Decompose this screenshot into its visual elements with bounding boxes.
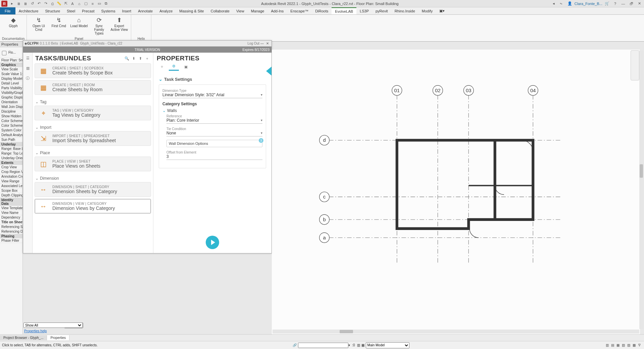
prop-row[interactable]: View Name: [0, 211, 22, 215]
run-button[interactable]: [206, 236, 219, 249]
prop-row[interactable]: Wall Join Displa: [0, 105, 22, 109]
prop-row[interactable]: Underlay Orien: [0, 156, 22, 161]
status-icon[interactable]: ▦: [615, 343, 621, 348]
download-icon[interactable]: ⬇: [130, 55, 137, 62]
tab-file[interactable]: File: [0, 7, 15, 14]
prop-row[interactable]: Orientation: [0, 100, 22, 105]
task-card-import-sheets[interactable]: ⇲ IMPORT | SHEET | SPREADSHEETImport She…: [35, 131, 151, 146]
ribbon-btn-glyph[interactable]: ◆ Glyph: [4, 15, 23, 37]
prop-row[interactable]: Title on Sheet: [0, 220, 22, 225]
props-tab-wand-icon[interactable]: ✧: [157, 63, 167, 71]
prop-row[interactable]: System Color S: [0, 128, 22, 133]
prop-row[interactable]: Show Hidden L: [0, 114, 22, 119]
prop-row[interactable]: Phase Filter: [0, 238, 22, 243]
qat-print-icon[interactable]: ⎙: [49, 1, 56, 7]
tab-pyrevit[interactable]: pyRevit: [372, 7, 391, 14]
tab-overflow-icon[interactable]: ▣▾: [436, 7, 448, 14]
qat-help-icon[interactable]: ?: [612, 1, 618, 7]
task-card-dim-views[interactable]: ↔ DIMENSION | VIEW | CATEGORYDimension V…: [35, 199, 151, 214]
status-icon[interactable]: ▧: [621, 343, 626, 348]
navigation-bar[interactable]: [631, 50, 639, 80]
glyph-minimize-icon[interactable]: —: [259, 42, 265, 45]
tab-precast[interactable]: Precast: [79, 7, 98, 14]
prop-row[interactable]: Scope Box: [0, 188, 22, 193]
task-card-create-room[interactable]: ▦ CREATE | SHEET | ROOMCreate Sheets by …: [35, 80, 151, 95]
ribbon-btn-sync[interactable]: ⟳Sync Family Types: [89, 15, 109, 37]
ribbon-btn-loadmodel[interactable]: ⌂Load Model: [69, 15, 89, 37]
task-card-place-views[interactable]: ◫ PLACE | VIEW | SHEETPlace Views on She…: [35, 157, 151, 171]
dimension-type-field[interactable]: Dimension Type Linear Dimension Style: 3…: [162, 89, 262, 98]
prop-row[interactable]: Default Analysi: [0, 133, 22, 137]
qat-infocenter-icon[interactable]: ᯓ: [558, 1, 565, 7]
task-group-tag[interactable]: ⌄Tag: [35, 97, 151, 106]
tab-analyze[interactable]: Analyze: [156, 7, 176, 14]
window-restore-icon[interactable]: 🗗: [628, 1, 635, 7]
offset-field[interactable]: Offset from Element 3: [166, 151, 262, 160]
prop-row[interactable]: Detail Level: [0, 81, 22, 86]
qat-left-icon[interactable]: ◂: [550, 1, 557, 7]
tab-evolvelab[interactable]: EvolveLAB: [332, 7, 356, 14]
qat-align-icon[interactable]: ⇱: [62, 1, 69, 7]
props-tab-panel-icon[interactable]: ▣: [181, 63, 191, 71]
qat-text-icon[interactable]: A: [69, 1, 76, 7]
task-group-dimension[interactable]: ⌄Dimension: [35, 173, 151, 182]
prop-row[interactable]: Referencing De: [0, 229, 22, 234]
walls-subsection[interactable]: ⌄Walls: [162, 108, 262, 113]
phase-filter-select[interactable]: Show All: [23, 323, 83, 328]
properties-help-link[interactable]: Properties help: [23, 329, 48, 334]
task-card-tag-views[interactable]: ⌖ TAG | VIEW | CATEGORYTag Views by Cate…: [35, 106, 151, 120]
tab-addins[interactable]: Add-Ins: [267, 7, 287, 14]
list-icon[interactable]: ☰: [24, 55, 31, 61]
tab-project-browser[interactable]: Project Browser - Glyph_...: [0, 335, 47, 340]
qat-user-icon[interactable]: 👤: [566, 1, 573, 7]
chart-icon[interactable]: ▥: [24, 65, 31, 71]
prop-row[interactable]: Annotation Cro: [0, 174, 22, 179]
window-minimize-icon[interactable]: —: [620, 1, 627, 7]
tab-annotate[interactable]: Annotate: [135, 7, 156, 14]
status-filter-icon[interactable]: ∇: [637, 343, 642, 348]
task-card-dim-sheets[interactable]: ↔ DIMENSION | SHEET | CATEGORYDimension …: [35, 182, 151, 197]
prop-row[interactable]: Crop View: [0, 165, 22, 170]
task-group-place[interactable]: ⌄Place: [35, 148, 151, 157]
tie-condition-field[interactable]: Tie Condition None ▾: [166, 127, 262, 136]
prop-row[interactable]: Range: Base Le: [0, 147, 22, 151]
props-tab-sliders-icon[interactable]: ⚙: [169, 63, 179, 71]
glyph-logout-link[interactable]: Log Out: [247, 42, 259, 45]
workset-select[interactable]: Main Model: [366, 342, 409, 348]
prop-row[interactable]: Sun Path: [0, 137, 22, 142]
canvas-scrollbar-horizontal[interactable]: [273, 330, 639, 334]
qat-switch-icon[interactable]: ⧉: [103, 1, 109, 7]
tasks-list[interactable]: ▦ CREATE | SHEET | SCOPEBOXCreate Sheets…: [33, 63, 153, 253]
prop-row[interactable]: Dependency: [0, 215, 22, 220]
qat-save-icon[interactable]: 🗎: [15, 1, 22, 7]
prop-row[interactable]: Associated Lev: [0, 184, 22, 188]
glyph-close-icon[interactable]: ✕: [265, 42, 270, 45]
tab-massing[interactable]: Massing & Site: [176, 7, 207, 14]
prop-row[interactable]: Visibility/Graph: [0, 91, 22, 95]
prop-row[interactable]: Display Model: [0, 76, 22, 81]
prop-row[interactable]: Depth Clipping: [0, 193, 22, 198]
qat-section-icon[interactable]: ▢: [83, 1, 89, 7]
tab-properties[interactable]: Properties: [47, 335, 69, 340]
ribbon-btn-openuicmd[interactable]: ↯Open Ui Cmd: [29, 15, 48, 37]
type-selector[interactable]: Flo...: [8, 51, 16, 54]
wall-dimension-options-button[interactable]: Wall Dimension Options 3: [166, 140, 262, 147]
tab-systems[interactable]: Systems: [98, 7, 118, 14]
qat-measure-icon[interactable]: 📏: [56, 1, 62, 7]
tab-rhino[interactable]: Rhino.Inside: [391, 7, 418, 14]
prop-row[interactable]: Discipline: [0, 109, 22, 114]
prop-row[interactable]: View Range: [0, 179, 22, 184]
qat-close-icon[interactable]: ▭: [96, 1, 103, 7]
prop-row[interactable]: View Template: [0, 206, 22, 211]
prop-row[interactable]: View Scale: [0, 67, 22, 72]
qat-3d-icon[interactable]: ⌂: [76, 1, 83, 7]
prop-row[interactable]: Scale Value 1:: [0, 72, 22, 76]
prop-row[interactable]: Range: Top Lev: [0, 151, 22, 156]
info-icon[interactable]: ⓘ: [24, 75, 31, 81]
tab-collaborate[interactable]: Collaborate: [207, 7, 233, 14]
task-group-import[interactable]: ⌄Import: [35, 122, 151, 131]
tab-insert[interactable]: Insert: [119, 7, 135, 14]
task-settings-header[interactable]: ⌄Task Settings: [159, 77, 266, 82]
prop-row[interactable]: Referencing Sh: [0, 225, 22, 229]
signed-in-user[interactable]: Clara_Fonte_B...: [575, 2, 602, 6]
